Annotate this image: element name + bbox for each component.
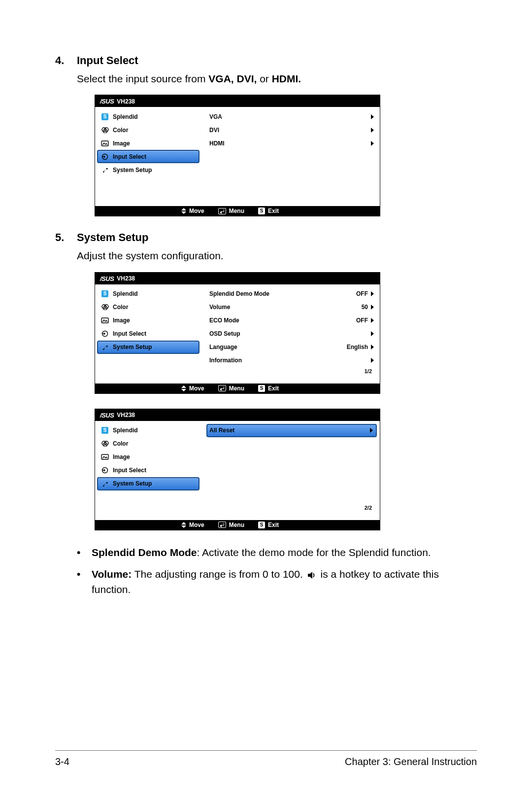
footer-label: Exit bbox=[268, 385, 279, 392]
footer-label: Move bbox=[189, 522, 204, 528]
osd-model: VH238 bbox=[117, 275, 135, 282]
option-information[interactable]: Information bbox=[207, 354, 377, 367]
option-language[interactable]: Language English bbox=[207, 341, 377, 354]
bullet-list: • Splendid Demo Mode: Activate the demo … bbox=[77, 545, 477, 597]
footer-exit: S Exit bbox=[258, 208, 279, 214]
page-indicator: 1/2 bbox=[207, 367, 377, 374]
option-eco-mode[interactable]: ECO Mode OFF bbox=[207, 314, 377, 327]
volume-icon bbox=[307, 571, 317, 580]
osd-footer: Move Menu S Exit bbox=[95, 206, 380, 216]
desc-text: Select the input source from bbox=[77, 73, 208, 84]
option-value: OFF bbox=[356, 290, 368, 297]
menu-item-input-select[interactable]: Input Select bbox=[98, 327, 200, 341]
page-indicator: 2/2 bbox=[207, 504, 377, 511]
image-icon bbox=[100, 454, 110, 460]
s-key-icon: S bbox=[258, 522, 265, 528]
tools-icon bbox=[100, 344, 110, 351]
chevron-right-icon bbox=[371, 358, 374, 363]
enter-icon bbox=[218, 385, 226, 391]
enter-icon bbox=[218, 522, 226, 528]
osd-footer: Move Menu S Exit bbox=[95, 520, 380, 530]
chevron-right-icon bbox=[371, 291, 374, 296]
option-label: HDMI bbox=[209, 140, 225, 147]
menu-item-splendid[interactable]: S Splendid bbox=[98, 110, 200, 123]
menu-item-image[interactable]: Image bbox=[98, 137, 200, 150]
option-osd-setup[interactable]: OSD Setup bbox=[207, 327, 377, 341]
input-icon bbox=[100, 330, 110, 337]
menu-item-color[interactable]: Color bbox=[98, 301, 200, 314]
page-footer: 3-4 Chapter 3: General Instruction bbox=[55, 756, 477, 767]
updown-icon bbox=[181, 522, 186, 528]
option-hdmi[interactable]: HDMI bbox=[207, 137, 377, 150]
osd-header: /SUS VH238 bbox=[95, 95, 380, 107]
menu-item-system-setup[interactable]: System Setup bbox=[98, 163, 200, 176]
menu-item-image[interactable]: Image bbox=[98, 451, 200, 464]
splendid-icon: S bbox=[100, 427, 110, 434]
footer-divider bbox=[55, 750, 477, 751]
chevron-right-icon bbox=[371, 331, 374, 336]
menu-label: Color bbox=[113, 127, 128, 134]
footer-label: Menu bbox=[229, 522, 244, 528]
menu-label: System Setup bbox=[113, 167, 152, 174]
bullet-item: • Volume: The adjusting range is from 0 … bbox=[77, 567, 477, 597]
osd-model: VH238 bbox=[117, 412, 135, 418]
menu-item-system-setup[interactable]: System Setup bbox=[97, 477, 200, 490]
menu-label: Color bbox=[113, 440, 128, 447]
footer-label: Exit bbox=[268, 522, 279, 528]
menu-label: Input Select bbox=[113, 467, 146, 474]
menu-item-input-select[interactable]: Input Select bbox=[97, 150, 200, 163]
osd-input-select: /SUS VH238 S Splendid Color bbox=[95, 95, 380, 216]
menu-item-input-select[interactable]: Input Select bbox=[98, 464, 200, 477]
section-description: Select the input source from VGA, DVI, o… bbox=[77, 72, 477, 86]
option-splendid-demo[interactable]: Splendid Demo Mode OFF bbox=[207, 287, 377, 301]
asus-logo: /SUS bbox=[100, 275, 114, 282]
footer-label: Menu bbox=[229, 385, 244, 392]
svg-rect-13 bbox=[101, 454, 108, 459]
menu-item-image[interactable]: Image bbox=[98, 314, 200, 327]
osd-footer: Move Menu S Exit bbox=[95, 384, 380, 393]
menu-item-color[interactable]: Color bbox=[98, 437, 200, 451]
footer-exit: S Exit bbox=[258, 522, 279, 528]
menu-label: Image bbox=[113, 140, 130, 147]
option-all-reset[interactable]: All Reset bbox=[206, 424, 377, 437]
image-icon bbox=[100, 140, 110, 146]
menu-item-color[interactable]: Color bbox=[98, 123, 200, 137]
section-title: Input Select bbox=[77, 54, 138, 67]
option-vga[interactable]: VGA bbox=[207, 110, 377, 123]
menu-label: Input Select bbox=[113, 153, 146, 160]
option-value: 50 bbox=[362, 304, 368, 311]
option-label: All Reset bbox=[209, 427, 234, 434]
footer-menu: Menu bbox=[218, 522, 244, 528]
desc-text: or bbox=[257, 73, 271, 84]
menu-item-splendid[interactable]: S Splendid bbox=[98, 424, 200, 437]
menu-item-system-setup[interactable]: System Setup bbox=[97, 341, 200, 354]
osd-system-setup-p1: /SUS VH238 S Splendid Color bbox=[95, 272, 380, 394]
osd-left-menu: S Splendid Color Image bbox=[95, 421, 204, 520]
option-label: ECO Mode bbox=[209, 317, 239, 324]
menu-label: System Setup bbox=[113, 480, 152, 487]
section-number: 4. bbox=[55, 54, 77, 67]
bullet-item: • Splendid Demo Mode: Activate the demo … bbox=[77, 545, 477, 560]
menu-item-splendid[interactable]: S Splendid bbox=[98, 287, 200, 301]
option-label: VGA bbox=[209, 113, 222, 120]
chevron-right-icon bbox=[371, 318, 374, 323]
option-dvi[interactable]: DVI bbox=[207, 123, 377, 137]
osd-model: VH238 bbox=[117, 98, 135, 105]
menu-label: Splendid bbox=[113, 113, 138, 120]
osd-system-setup-p2: /SUS VH238 S Splendid Color bbox=[95, 409, 380, 530]
option-value: English bbox=[347, 344, 368, 350]
updown-icon bbox=[181, 208, 186, 214]
chapter-label: Chapter 3: General Instruction bbox=[345, 756, 477, 767]
footer-menu: Menu bbox=[218, 385, 244, 392]
bullet-text: The adjusting range is from 0 to 100. bbox=[132, 568, 305, 580]
osd-right-panel: Splendid Demo Mode OFF Volume 50 ECO Mod… bbox=[204, 284, 380, 384]
menu-label: Color bbox=[113, 304, 128, 311]
asus-logo: /SUS bbox=[100, 98, 114, 105]
section-title: System Setup bbox=[77, 231, 149, 244]
splendid-icon: S bbox=[100, 290, 110, 297]
asus-logo: /SUS bbox=[100, 412, 114, 419]
tools-icon bbox=[100, 480, 110, 488]
svg-rect-3 bbox=[101, 141, 108, 146]
option-volume[interactable]: Volume 50 bbox=[207, 301, 377, 314]
footer-move: Move bbox=[181, 208, 204, 214]
